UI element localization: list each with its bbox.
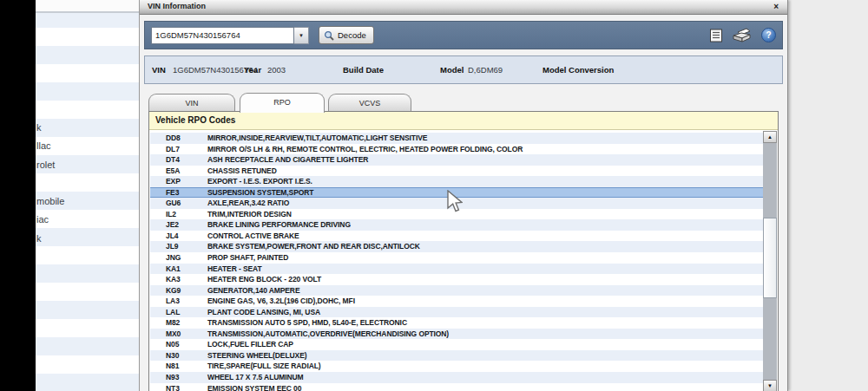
rpo-code-list: DD8MIRROR,INSIDE,REARVIEW,TILT,AUTOMATIC… [150, 131, 763, 391]
rpo-row[interactable]: LALPLANT CODE LANSING, MI, USA [150, 307, 763, 318]
year-value: 2003 [267, 65, 286, 75]
rpo-code: KA1 [166, 264, 181, 275]
rpo-code: IL2 [166, 209, 176, 220]
help-icon[interactable]: ? [761, 28, 776, 42]
vin-combo: ▼ [151, 27, 309, 44]
magnifier-icon [324, 30, 334, 41]
decode-label: Decode [338, 30, 366, 40]
rpo-row[interactable]: M82TRANSMISSION AUTO 5 SPD, HMD, 5L40-E,… [150, 317, 763, 329]
rpo-panel-header: Vehicle RPO Codes [149, 112, 778, 130]
rpo-code: FE3 [166, 188, 179, 198]
rpo-row[interactable]: JL4CONTROL ACTIVE BRAKE [150, 231, 763, 242]
background-list-item-fragment: k [36, 122, 42, 134]
tab-strip: VIN RPO VCVS [148, 93, 779, 112]
rpo-row[interactable]: KG9GENERATOR,140 AMPERE [150, 285, 763, 297]
rpo-row[interactable]: LA3ENGINE GAS, V6, 3.2L(196 CID),DOHC, M… [150, 296, 763, 307]
rpo-code: N81 [166, 361, 179, 372]
report-icon[interactable] [709, 29, 723, 42]
rpo-row[interactable]: EXPEXPORT - I.E.S. EXPORT I.E.S. [150, 176, 763, 187]
rpo-code: DD8 [166, 133, 181, 144]
rpo-description: EXPORT - I.E.S. EXPORT I.E.S. [207, 176, 312, 187]
print-icon[interactable] [731, 27, 753, 44]
decode-button[interactable]: Decode [319, 26, 374, 44]
vertical-scrollbar[interactable]: ▲ ▼ [763, 131, 777, 391]
mouse-cursor-icon [447, 190, 463, 213]
rpo-description: WHEEL 17 X 7.5 ALUMINUM [207, 372, 304, 383]
rpo-row[interactable]: DT4ASH RECEPTACLE AND CIGARETTE LIGHTER [150, 154, 763, 166]
rpo-description: TRANSMISSION,AUTOMATIC,OVERDRIVE(MERCHAN… [207, 329, 449, 340]
background-list-item-fragment: k [36, 233, 42, 244]
year-label: Year [244, 65, 261, 75]
rpo-code: JL4 [166, 231, 178, 242]
vin-combo-dropdown-button[interactable]: ▼ [294, 27, 309, 44]
rpo-row[interactable]: NT3EMISSION SYSTEM EEC 00 [150, 383, 763, 391]
rpo-row[interactable]: KA3HEATER ENG BLOCK - 220 VOLT [150, 274, 763, 285]
scroll-up-icon[interactable]: ▲ [763, 131, 777, 143]
vin-toolbar: ▼ Decode ? [144, 21, 783, 49]
rpo-description: MIRROR,INSIDE,REARVIEW,TILT,AUTOMATIC,LI… [207, 133, 427, 144]
rpo-description: AXLE,REAR,3.42 RATIO [207, 198, 289, 209]
vin-input[interactable] [151, 27, 294, 44]
rpo-description: BRAKE LINING PERFORMANCE DRIVING [207, 219, 351, 231]
rpo-row[interactable]: JE2BRAKE LINING PERFORMANCE DRIVING [150, 219, 763, 231]
rpo-description: ASH RECEPTACLE AND CIGARETTE LIGHTER [207, 154, 368, 166]
rpo-description: BRAKE SYSTEM,POWER,FRONT AND REAR DISC,A… [207, 241, 420, 252]
rpo-description: STEERING WHEEL(DELUXE) [207, 350, 306, 362]
vin-label: VIN [152, 65, 166, 75]
tab-vin[interactable]: VIN [148, 94, 235, 111]
background-list-item-fragment: rolet [36, 160, 55, 171]
rpo-code: KA3 [166, 274, 181, 285]
rpo-row[interactable]: JNGPROP SHAFT, PAINTED [150, 252, 763, 264]
background-list-item-fragment: mobile [36, 196, 64, 207]
rpo-row[interactable]: N93WHEEL 17 X 7.5 ALUMINUM [150, 372, 763, 383]
rpo-row[interactable]: KA1HEATER - SEAT [150, 264, 763, 275]
rpo-description: PLANT CODE LANSING, MI, USA [207, 307, 320, 318]
rpo-code: M82 [166, 317, 180, 329]
rpo-code: N05 [166, 339, 179, 350]
rpo-row[interactable]: N30STEERING WHEEL(DELUXE) [150, 350, 763, 362]
rpo-row[interactable]: JL9BRAKE SYSTEM,POWER,FRONT AND REAR DIS… [150, 241, 763, 252]
dialog-title: VIN Information [148, 2, 206, 10]
model-label: Model [440, 65, 464, 75]
rpo-row[interactable]: MX0TRANSMISSION,AUTOMATIC,OVERDRIVE(MERC… [150, 329, 763, 340]
rpo-code: GU6 [166, 198, 181, 209]
rpo-row[interactable]: DD8MIRROR,INSIDE,REARVIEW,TILT,AUTOMATIC… [150, 133, 763, 144]
rpo-code: LAL [166, 307, 180, 318]
rpo-description: PROP SHAFT, PAINTED [207, 252, 288, 264]
rpo-description: CONTROL ACTIVE BRAKE [207, 231, 299, 242]
build-date-label: Build Date [343, 65, 384, 75]
rpo-code: N30 [166, 350, 179, 362]
tab-vcvs[interactable]: VCVS [328, 94, 411, 111]
rpo-code: LA3 [166, 296, 180, 307]
dialog-titlebar: VIN Information × [140, 0, 787, 15]
background-list-item-fragment: iac [36, 214, 49, 225]
rpo-row[interactable]: E5ACHASSIS RETUNED [150, 166, 763, 177]
tab-rpo[interactable]: RPO [240, 93, 325, 113]
rpo-code: KG9 [166, 285, 181, 297]
rpo-description: TIRE,SPARE(FULL SIZE RADIAL) [207, 361, 321, 372]
vin-information-dialog: VIN Information × ▼ Decode [139, 0, 788, 391]
rpo-code: E5A [166, 166, 180, 177]
background-list-item-fragment: llac [36, 140, 51, 152]
rpo-description: MIRROR O/S LH & RH, REMOTE CONTROL, ELEC… [207, 144, 523, 155]
rpo-row[interactable]: N05LOCK,FUEL FILLER CAP [150, 339, 763, 350]
rpo-code: JE2 [166, 219, 179, 231]
background-vehicle-list: kllacroletmobileiack [35, 0, 140, 391]
left-black-mask [0, 0, 36, 391]
scrollbar-thumb[interactable] [763, 218, 777, 298]
scroll-down-icon[interactable]: ▼ [763, 380, 777, 391]
rpo-description: GENERATOR,140 AMPERE [207, 285, 299, 297]
rpo-description: CHASSIS RETUNED [207, 166, 277, 177]
rpo-row[interactable]: N81TIRE,SPARE(FULL SIZE RADIAL) [150, 361, 763, 372]
rpo-row[interactable]: DL7MIRROR O/S LH & RH, REMOTE CONTROL, E… [150, 144, 763, 155]
rpo-codes-panel: Vehicle RPO Codes DD8MIRROR,INSIDE,REARV… [148, 111, 779, 391]
rpo-description: ENGINE GAS, V6, 3.2L(196 CID),DOHC, MFI [207, 296, 355, 307]
rpo-code: NT3 [166, 383, 180, 391]
close-icon[interactable]: × [773, 2, 779, 12]
rpo-description: TRIM,INTERIOR DESIGN [207, 209, 292, 220]
rpo-code: DL7 [166, 144, 180, 155]
background-header-strip [35, 0, 140, 11]
chevron-down-icon: ▼ [299, 33, 304, 38]
rpo-description: HEATER - SEAT [207, 264, 262, 275]
rpo-code: N93 [166, 372, 179, 383]
